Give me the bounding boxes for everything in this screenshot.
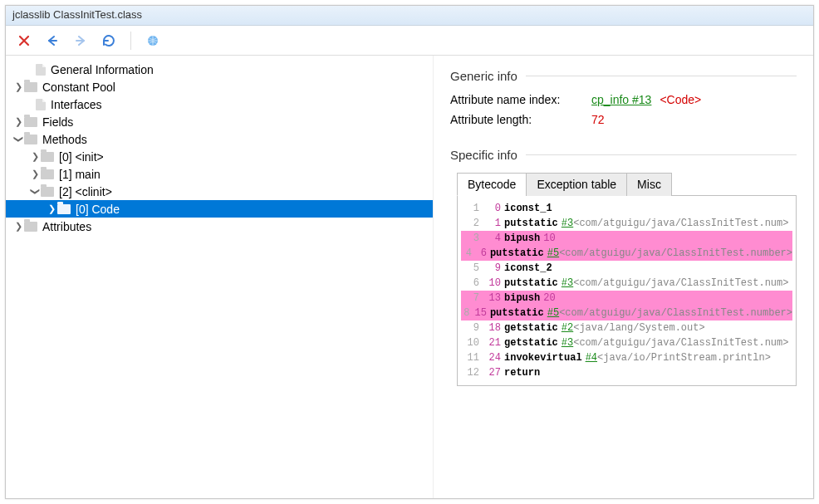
chevron-right-icon[interactable]: ❯ <box>12 116 24 127</box>
line-number: 3 <box>461 231 479 246</box>
line-number: 2 <box>461 216 479 231</box>
byte-offset: 13 <box>484 291 501 306</box>
opcode: iconst_2 <box>504 261 552 276</box>
constant-ref-link[interactable]: #4 <box>586 350 597 365</box>
byte-offset: 4 <box>484 231 501 246</box>
tree-method-main[interactable]: ❯[1] main <box>6 165 433 183</box>
folder-icon <box>24 222 37 232</box>
attr-length-label: Attribute length: <box>450 113 591 126</box>
generic-info-header: Generic info <box>450 69 797 83</box>
globe-icon[interactable] <box>145 32 161 49</box>
folder-icon <box>24 135 37 144</box>
tree-methods[interactable]: ❯Methods <box>6 130 433 148</box>
tree-panel[interactable]: General Information ❯Constant Pool Inter… <box>6 56 434 498</box>
byte-offset: 27 <box>484 365 501 380</box>
bytecode-row[interactable]: 59iconst_2 <box>461 261 792 276</box>
chevron-right-icon[interactable]: ❯ <box>46 203 57 214</box>
opcode: return <box>504 365 540 380</box>
bytecode-row[interactable]: 1124invokevirtual#4 <java/io/PrintStream… <box>461 350 792 365</box>
folder-icon <box>24 117 37 127</box>
chevron-right-icon[interactable]: ❯ <box>12 81 24 92</box>
tree-label: Interfaces <box>51 98 101 111</box>
tree-interfaces[interactable]: Interfaces <box>6 95 433 113</box>
chevron-down-icon[interactable]: ❯ <box>13 134 24 145</box>
bytecode-row[interactable]: 10iconst_1 <box>461 201 792 216</box>
refresh-icon[interactable] <box>101 32 117 49</box>
opcode: invokevirtual <box>504 350 582 365</box>
chevron-right-icon[interactable]: ❯ <box>29 151 41 162</box>
bytecode-row[interactable]: 21putstatic#3 <com/atguigu/java/ClassIni… <box>461 216 792 231</box>
tree-general-info[interactable]: General Information <box>6 61 433 78</box>
close-icon[interactable] <box>16 32 32 49</box>
constant-ref-link[interactable]: #2 <box>562 321 573 335</box>
tree-constant-pool[interactable]: ❯Constant Pool <box>6 78 433 95</box>
window-title: jclasslib ClassInitTest.class <box>6 6 813 26</box>
tree-method-init[interactable]: ❯[0] <init> <box>6 148 433 165</box>
tab-bytecode[interactable]: Bytecode <box>457 173 527 196</box>
folder-icon <box>41 187 54 197</box>
chevron-right-icon[interactable]: ❯ <box>29 169 41 179</box>
line-number: 1 <box>461 201 479 216</box>
byte-offset: 1 <box>484 216 501 231</box>
tree-label: [0] <init> <box>59 150 104 164</box>
chevron-down-icon[interactable]: ❯ <box>30 186 41 198</box>
tree-method-clinit[interactable]: ❯[2] <clinit> <box>6 183 433 200</box>
line-number: 8 <box>461 306 470 321</box>
attr-length-value: 72 <box>591 113 605 126</box>
bytecode-row[interactable]: 34bipush10 <box>461 231 792 246</box>
comment: <com/atguigu/java/ClassInitTest.number> <box>559 246 792 261</box>
line-number: 5 <box>461 261 479 276</box>
attr-name-label: Attribute name index: <box>450 93 591 106</box>
opcode: bipush <box>504 231 540 246</box>
folder-icon <box>41 169 54 179</box>
chevron-right-icon[interactable]: ❯ <box>12 221 24 232</box>
byte-offset: 0 <box>484 201 501 216</box>
attr-name-value: <Code> <box>660 93 701 106</box>
bytecode-viewer[interactable]: 10iconst_121putstatic#3 <com/atguigu/jav… <box>457 196 797 386</box>
opcode: iconst_1 <box>504 201 552 216</box>
back-icon[interactable] <box>44 32 61 49</box>
comment: <com/atguigu/java/ClassInitTest.num> <box>573 335 788 350</box>
bytecode-row[interactable]: 713bipush20 <box>461 291 792 306</box>
tree-label: Attributes <box>42 220 91 233</box>
specific-info-header: Specific info <box>450 148 797 162</box>
tree-label: [0] Code <box>76 203 120 216</box>
tree-attributes[interactable]: ❯Attributes <box>6 218 433 235</box>
bytecode-row[interactable]: 1227return <box>461 365 792 380</box>
bytecode-row[interactable]: 815putstatic#5 <com/atguigu/java/ClassIn… <box>461 306 792 321</box>
comment: <com/atguigu/java/ClassInitTest.number> <box>559 306 792 321</box>
constant-ref-link[interactable]: #5 <box>547 306 559 321</box>
folder-open-icon <box>57 204 71 214</box>
tab-exception-table[interactable]: Exception table <box>526 173 627 196</box>
toolbar-separator <box>130 32 131 50</box>
comment: <com/atguigu/java/ClassInitTest.num> <box>573 216 788 231</box>
bytecode-row[interactable]: 46putstatic#5 <com/atguigu/java/ClassIni… <box>461 246 792 261</box>
folder-icon <box>41 152 54 162</box>
tree-label: [2] <clinit> <box>59 185 112 198</box>
opcode: getstatic <box>504 321 558 335</box>
byte-offset: 21 <box>484 335 501 350</box>
constant-ref-link[interactable]: #5 <box>547 246 559 261</box>
cp-info-link[interactable]: cp_info #13 <box>591 93 651 106</box>
operand-number: 20 <box>543 291 555 306</box>
bytecode-row[interactable]: 918getstatic#2 <java/lang/System.out> <box>461 321 792 335</box>
tree-fields[interactable]: ❯Fields <box>6 113 433 130</box>
bytecode-row[interactable]: 1021getstatic#3 <com/atguigu/java/ClassI… <box>461 335 792 350</box>
comment: <com/atguigu/java/ClassInitTest.num> <box>573 276 788 291</box>
tree-code[interactable]: ❯[0] Code <box>6 200 433 218</box>
constant-ref-link[interactable]: #3 <box>562 216 573 231</box>
opcode: putstatic <box>504 216 558 231</box>
attr-length-row: Attribute length: 72 <box>450 113 797 126</box>
forward-icon[interactable] <box>72 32 89 49</box>
tab-misc[interactable]: Misc <box>626 173 672 196</box>
tree-label: Fields <box>42 115 73 129</box>
comment: <java/io/PrintStream.println> <box>597 350 771 365</box>
tab-bar: Bytecode Exception table Misc <box>457 172 797 196</box>
line-number: 10 <box>461 335 479 350</box>
constant-ref-link[interactable]: #3 <box>562 335 573 350</box>
opcode: putstatic <box>504 276 558 291</box>
byte-offset: 6 <box>477 246 487 261</box>
bytecode-row[interactable]: 610putstatic#3 <com/atguigu/java/ClassIn… <box>461 276 792 291</box>
constant-ref-link[interactable]: #3 <box>562 276 573 291</box>
line-number: 11 <box>461 350 479 365</box>
